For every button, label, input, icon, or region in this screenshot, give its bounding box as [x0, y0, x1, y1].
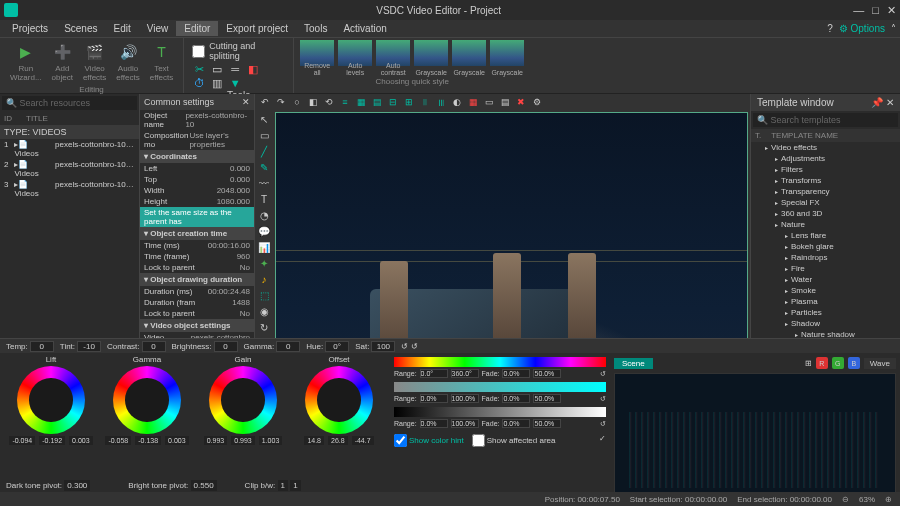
menu-export-project[interactable]: Export project — [218, 21, 296, 36]
chat-icon[interactable]: 💬 — [257, 224, 271, 238]
template-item[interactable]: ▸360 and 3D — [751, 208, 900, 219]
style-remove-all[interactable]: Remove all — [300, 40, 334, 66]
ribbon-text[interactable]: TTexteffects — [148, 40, 175, 84]
toolbar-icon[interactable]: ▭ — [483, 96, 495, 108]
menu-view[interactable]: View — [139, 21, 177, 36]
menu-editor[interactable]: Editor — [176, 21, 218, 36]
tool-icon[interactable]: ▭ — [210, 62, 224, 76]
color-wheel-gamma[interactable] — [113, 366, 181, 434]
help-icon[interactable]: ? — [827, 23, 833, 34]
minimize-button[interactable]: — — [853, 4, 864, 17]
grid-icon[interactable]: ▦ — [467, 96, 479, 108]
rotate-icon[interactable]: ⟲ — [323, 96, 335, 108]
ribbon-audio[interactable]: 🔊Audioeffects — [114, 40, 141, 84]
toolbar-icon[interactable]: ◐ — [451, 96, 463, 108]
resource-row[interactable]: 3▸📄Videospexels-cottonbro-103858 — [0, 179, 139, 199]
color-input[interactable] — [30, 341, 54, 352]
template-item[interactable]: ▸Fire — [751, 263, 900, 274]
chart-icon[interactable]: 📊 — [257, 240, 271, 254]
wave-select[interactable]: Wave — [864, 358, 896, 369]
show-hint-checkbox[interactable] — [394, 434, 407, 447]
template-item[interactable]: ▸Lens flare — [751, 230, 900, 241]
close-button[interactable]: ✕ — [887, 4, 896, 17]
align-icon[interactable]: ⊞ — [403, 96, 415, 108]
prop-action[interactable]: Set the same size as the parent has — [140, 207, 254, 227]
cut-icon[interactable]: ✂ — [192, 62, 206, 76]
zoom-in-icon[interactable]: ⊕ — [885, 495, 892, 504]
template-item[interactable]: ▸Shadow — [751, 318, 900, 329]
color-input[interactable] — [142, 341, 166, 352]
align-icon[interactable]: ▦ — [355, 96, 367, 108]
tool-icon[interactable]: ▥ — [210, 76, 224, 90]
template-item[interactable]: ▸Particles — [751, 307, 900, 318]
cursor-icon[interactable]: ↖ — [257, 112, 271, 126]
template-item[interactable]: ▸Raindrops — [751, 252, 900, 263]
brush-icon[interactable]: 〰 — [257, 176, 271, 190]
sat-strip[interactable] — [394, 382, 606, 392]
tool-icon[interactable]: ▼ — [228, 76, 242, 90]
rotate-icon[interactable]: ↻ — [257, 320, 271, 334]
speed-icon[interactable]: ⏱ — [192, 76, 206, 90]
menu-tools[interactable]: Tools — [296, 21, 335, 36]
template-item[interactable]: ▸Smoke — [751, 285, 900, 296]
style-auto-levels[interactable]: Auto levels — [338, 40, 372, 66]
align-icon[interactable]: ≡ — [339, 96, 351, 108]
prop-row[interactable]: Composition moUse layer's properties — [140, 130, 254, 150]
search-templates-input[interactable]: 🔍 Search templates — [753, 113, 898, 127]
reset-icon[interactable]: ↺ — [600, 395, 606, 403]
channel-r[interactable]: R — [816, 357, 828, 369]
ellipse-icon[interactable]: ○ — [291, 96, 303, 108]
prop-section[interactable]: ▾ Object drawing duration — [140, 273, 254, 286]
text-icon[interactable]: T — [257, 192, 271, 206]
crop-icon[interactable]: ◧ — [307, 96, 319, 108]
template-item[interactable]: ▸Plasma — [751, 296, 900, 307]
menu-projects[interactable]: Projects — [4, 21, 56, 36]
prop-row[interactable]: Duration (ms)00:00:24.48 — [140, 286, 254, 297]
channel-b[interactable]: B — [848, 357, 860, 369]
prop-row[interactable]: Time (frame)960 — [140, 251, 254, 262]
transform-icon[interactable]: ⬚ — [257, 288, 271, 302]
lum-strip[interactable] — [394, 407, 606, 417]
prop-row[interactable]: Lock to parentNo — [140, 262, 254, 273]
prop-row[interactable]: Left0.000 — [140, 163, 254, 174]
color-input[interactable] — [214, 341, 238, 352]
color-input[interactable] — [276, 341, 300, 352]
ribbon-add[interactable]: ➕Addobject — [50, 40, 75, 84]
prop-section[interactable]: ▾ Video object settings — [140, 319, 254, 332]
undo-icon[interactable]: ↶ — [259, 96, 271, 108]
menu-edit[interactable]: Edit — [105, 21, 138, 36]
eyedropper-icon[interactable]: ✓ — [599, 434, 606, 447]
template-item[interactable]: ▸Filters — [751, 164, 900, 175]
scope-icon[interactable]: ⊞ — [805, 359, 812, 368]
settings-icon[interactable]: ⚙ — [531, 96, 543, 108]
prop-row[interactable]: Duration (fram1488 — [140, 297, 254, 308]
template-item[interactable]: ▸Video effects — [751, 142, 900, 153]
color-input[interactable] — [77, 341, 101, 352]
resource-row[interactable]: 1▸📄Videospexels-cottonbro-103800 — [0, 139, 139, 159]
style-grayscale[interactable]: Grayscale — [414, 40, 448, 66]
close-icon[interactable]: ✕ — [242, 97, 250, 107]
template-item[interactable]: ▸Transforms — [751, 175, 900, 186]
distrib-icon[interactable]: ⫼ — [435, 96, 447, 108]
color-input[interactable] — [325, 341, 349, 352]
template-item[interactable]: ▸Transparency — [751, 186, 900, 197]
crop-icon[interactable]: ◧ — [246, 62, 260, 76]
template-item[interactable]: ▸Bokeh glare — [751, 241, 900, 252]
redo-icon[interactable]: ↷ — [275, 96, 287, 108]
template-item[interactable]: ▸Nature — [751, 219, 900, 230]
show-area-checkbox[interactable] — [472, 434, 485, 447]
cutting-checkbox[interactable] — [192, 45, 205, 58]
maximize-button[interactable]: □ — [872, 4, 879, 17]
color-wheel-offset[interactable] — [305, 366, 373, 434]
template-item[interactable]: ▸Water — [751, 274, 900, 285]
scene-select[interactable]: Scene — [614, 358, 653, 369]
hue-strip[interactable] — [394, 357, 606, 367]
prop-row[interactable]: Time (ms)00:00:16.00 — [140, 240, 254, 251]
menu-scenes[interactable]: Scenes — [56, 21, 105, 36]
distrib-icon[interactable]: ⫴ — [419, 96, 431, 108]
color-wheel-gain[interactable] — [209, 366, 277, 434]
reset-icon[interactable]: ↺ — [600, 420, 606, 428]
pin-icon[interactable]: 📌 ✕ — [871, 97, 894, 108]
template-item[interactable]: ▸Adjustments — [751, 153, 900, 164]
style-auto-contrast[interactable]: Auto contrast — [376, 40, 410, 66]
